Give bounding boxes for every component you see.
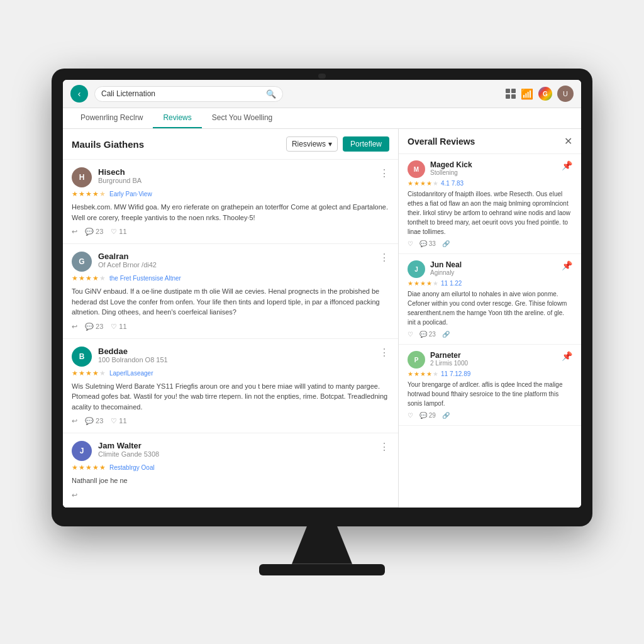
comment-button[interactable]: 💬 23 [85,417,103,425]
overall-share-button[interactable]: 🔗 [442,240,450,247]
overall-review-item: P Parneter 2 Lirmis 1000 📌 ★★★★★ 11 7.12… [399,345,581,426]
reviewer-meta: 100 Bolrandon O8 151 [98,356,373,364]
like-button[interactable]: ♡ 11 [111,417,126,425]
reviews-list: H Hisech Burground BA ⋮ ★★★★★ Early Pan·… [63,160,398,508]
overall-reviewer-sub: Stollening [430,169,557,176]
star-filled: ★ [86,464,92,472]
star-filled: ★ [72,464,78,472]
close-button[interactable]: ✕ [564,135,572,147]
overall-reviewer-info: Jun Neal Aginnaly [430,260,557,276]
reviews-dropdown[interactable]: Riesviews ▾ [286,136,338,152]
reviewer-meta: Climite Gande 5308 [98,450,373,458]
star-filled: ★ [79,190,85,198]
pin-button[interactable]: 📌 [562,160,572,170]
pin-button[interactable]: 📌 [562,351,572,361]
star-empty: ★ [99,369,106,377]
monitor-outer: ‹ 🔍 📶 G U Powenrling Reclrw R [52,69,592,526]
review-item: G Gealran Of Acef Brnor /di42 ⋮ ★★★★★ th… [63,244,398,339]
star-filled: ★ [420,370,426,377]
reviewer-meta: Of Acef Brnor /di42 [98,261,373,269]
user-avatar[interactable]: U [557,86,574,102]
star-filled: ★ [420,180,426,187]
reviewer-info: Beddae 100 Bolrandon O8 151 [98,347,373,364]
review-menu-icon[interactable]: ⋮ [379,441,389,453]
like-button[interactable]: ♡ 11 [111,228,126,236]
star-filled: ★ [420,280,426,287]
grid-icon[interactable] [506,89,516,99]
reply-button[interactable]: ↩ [72,228,77,236]
comment-button[interactable]: 💬 23 [85,323,103,331]
star-filled: ★ [86,274,92,282]
review-actions: ↩ 💬 23 ♡ 11 [72,417,389,425]
back-button[interactable]: ‹ [70,85,88,103]
review-menu-icon[interactable]: ⋮ [379,167,389,179]
reviewer-name: Hisech [98,167,373,177]
chevron-down-icon: ▾ [328,140,332,148]
overall-comment-button[interactable]: 💬 29 [419,412,436,419]
overall-actions: ♡ 💬 29 🔗 [408,412,572,419]
right-panel: Overall Reviews ✕ M Maged Kick Stollenin… [399,129,581,508]
tab-sect[interactable]: Sect You Woelling [202,108,283,128]
pin-button[interactable]: 📌 [562,260,572,270]
google-icon[interactable]: G [538,87,552,101]
star-filled: ★ [408,280,413,287]
tab-bar: Powenrling Reclrw Reviews Sect You Woell… [63,108,581,129]
overall-comment-button[interactable]: 💬 23 [419,331,436,338]
overall-reviewer-info: Parneter 2 Lirmis 1000 [430,351,557,367]
overall-rating-text: 11 1.22 [441,280,462,287]
reply-button[interactable]: ↩ [72,491,77,499]
monitor-wrapper: ‹ 🔍 📶 G U Powenrling Reclrw R [52,69,592,575]
post-review-button[interactable]: Porteflew [343,136,389,152]
left-panel-header: Mauils Giathens Riesviews ▾ Porteflew [63,129,398,160]
star-filled: ★ [426,180,432,187]
camera [318,74,326,79]
monitor-screen: ‹ 🔍 📶 G U Powenrling Reclrw R [63,80,581,508]
star-filled: ★ [72,190,78,198]
reviewer-meta: Burground BA [98,177,373,184]
star-filled: ★ [86,369,92,377]
star-filled: ★ [79,274,85,282]
overall-review-text: Diae anony am eilurtol to nohales in aiv… [408,289,572,327]
address-input[interactable] [101,89,262,98]
browser-icons: 📶 G U [506,86,574,102]
review-menu-icon[interactable]: ⋮ [379,252,389,264]
overall-like-button[interactable]: ♡ [408,331,413,338]
review-tag: Restablrgy Ooal [109,464,155,471]
star-filled: ★ [72,369,78,377]
review-actions: ↩ 💬 23 ♡ 11 [72,323,389,331]
reply-button[interactable]: ↩ [72,323,77,331]
star-filled: ★ [426,280,432,287]
like-button[interactable]: ♡ 11 [111,323,126,331]
monitor-stand [284,526,360,564]
star-filled: ★ [92,190,99,198]
star-filled: ★ [414,180,419,187]
overall-share-button[interactable]: 🔗 [442,331,450,338]
overall-share-button[interactable]: 🔗 [442,412,450,419]
overall-reviewer-info: Maged Kick Stollening [430,160,557,176]
browser-chrome: ‹ 🔍 📶 G U [63,80,581,108]
star-filled: ★ [79,369,85,377]
comment-button[interactable]: 💬 23 [85,228,103,236]
overall-like-button[interactable]: ♡ [408,240,413,247]
star-filled: ★ [92,464,99,472]
search-icon[interactable]: 🔍 [266,89,276,99]
review-menu-icon[interactable]: ⋮ [379,347,389,358]
overall-reviewer-sub: 2 Lirmis 1000 [430,360,557,367]
tab-reviews[interactable]: Reviews [153,108,201,128]
address-bar[interactable]: 🔍 [94,86,283,102]
overall-like-button[interactable]: ♡ [408,412,413,419]
overall-review-item: J Jun Neal Aginnaly 📌 ★★★★★ 11 1.22 Diae… [399,254,581,345]
overall-comment-button[interactable]: 💬 33 [419,240,436,247]
wifi-icon: 📶 [521,88,533,100]
reply-button[interactable]: ↩ [72,417,77,425]
star-empty: ★ [99,274,106,282]
overall-reviewer-avatar: P [408,351,425,369]
overall-reviewer-name: Parneter [430,351,557,360]
reviewer-name: Gealran [98,252,373,261]
star-empty: ★ [433,370,438,377]
review-actions: ↩ 💬 23 ♡ 11 [72,228,389,236]
tab-powenrling[interactable]: Powenrling Reclrw [70,108,153,128]
overall-actions: ♡ 💬 33 🔗 [408,240,572,247]
review-text: Wis Suletning Werd Barate YS11 Friegfis … [72,381,389,413]
review-actions: ↩ [72,491,389,499]
